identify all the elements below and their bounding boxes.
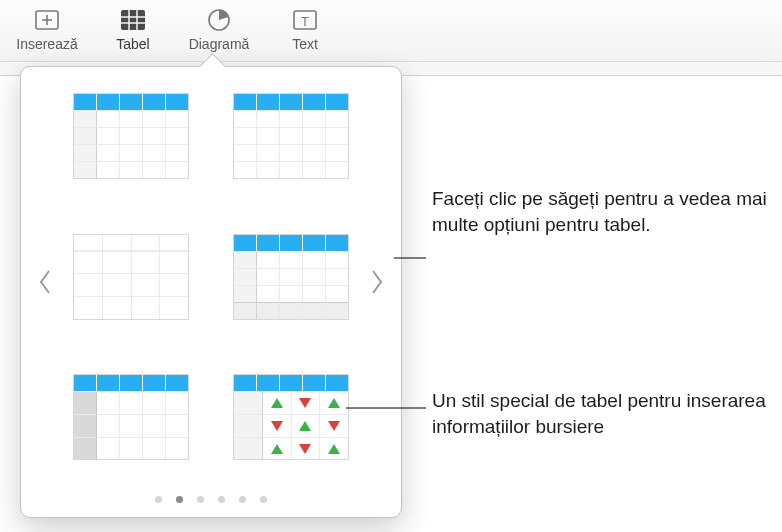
table-label: Tabel xyxy=(116,36,149,52)
page-dot[interactable] xyxy=(197,496,204,503)
table-style-header-only[interactable] xyxy=(233,93,349,179)
annotation-stock: Un stil special de tabel pentru inserare… xyxy=(432,388,772,439)
svg-text:T: T xyxy=(301,14,309,29)
next-arrow[interactable] xyxy=(367,269,387,295)
text-label: Text xyxy=(292,36,318,52)
page-dot[interactable] xyxy=(239,496,246,503)
annotation-arrows: Faceți clic pe săgeți pentru a vedea mai… xyxy=(432,186,772,237)
toolbar: Inserează Tabel Diagramă T Text xyxy=(0,0,782,62)
triangle-up-icon xyxy=(299,421,311,431)
triangle-down-icon xyxy=(299,398,311,408)
chart-icon xyxy=(204,6,234,34)
triangle-down-icon xyxy=(328,421,340,431)
chevron-left-icon xyxy=(37,269,53,295)
table-style-grid xyxy=(55,91,367,473)
table-style-plain[interactable] xyxy=(73,234,189,320)
triangle-down-icon xyxy=(299,444,311,454)
svg-rect-3 xyxy=(121,10,145,30)
table-style-header-and-column[interactable] xyxy=(73,93,189,179)
table-styles-popover xyxy=(20,66,402,518)
triangle-up-icon xyxy=(271,444,283,454)
page-dot[interactable] xyxy=(260,496,267,503)
chart-label: Diagramă xyxy=(189,36,250,52)
triangle-up-icon xyxy=(328,398,340,408)
page-dot[interactable] xyxy=(176,496,183,503)
table-style-stock[interactable] xyxy=(233,374,349,460)
text-button[interactable]: T Text xyxy=(262,6,348,52)
insert-label: Inserează xyxy=(16,36,77,52)
page-dots xyxy=(21,496,401,503)
text-icon: T xyxy=(290,6,320,34)
insert-icon xyxy=(32,6,62,34)
page-dot[interactable] xyxy=(155,496,162,503)
table-style-row-headers[interactable] xyxy=(73,374,189,460)
insert-button[interactable]: Inserează xyxy=(4,6,90,52)
table-button[interactable]: Tabel xyxy=(90,6,176,52)
popover-body xyxy=(35,91,387,473)
table-style-header-column-footer[interactable] xyxy=(233,234,349,320)
page-dot[interactable] xyxy=(218,496,225,503)
triangle-up-icon xyxy=(328,444,340,454)
chart-button[interactable]: Diagramă xyxy=(176,6,262,52)
triangle-up-icon xyxy=(271,398,283,408)
prev-arrow[interactable] xyxy=(35,269,55,295)
triangle-down-icon xyxy=(271,421,283,431)
table-icon xyxy=(118,6,148,34)
chevron-right-icon xyxy=(369,269,385,295)
